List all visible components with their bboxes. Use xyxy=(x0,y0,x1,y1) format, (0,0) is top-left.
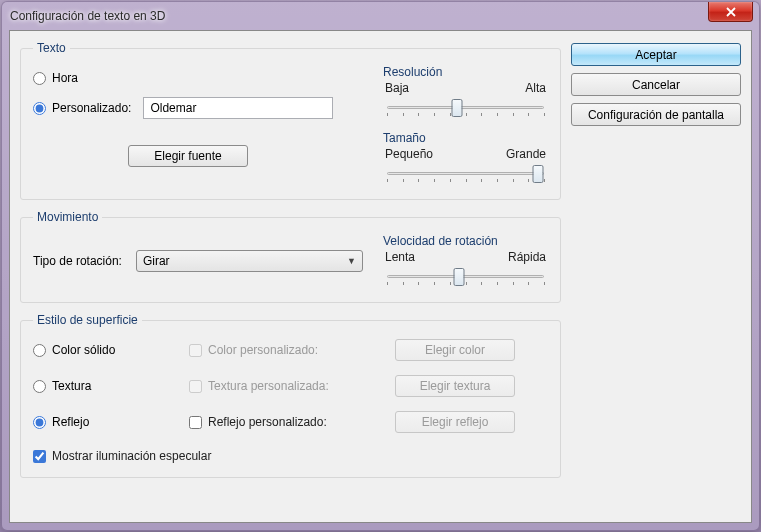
chk-custom-reflect-row[interactable]: Reflejo personalizado: xyxy=(189,415,379,429)
chk-custom-reflect[interactable] xyxy=(189,416,202,429)
resolution-low-label: Baja xyxy=(385,81,409,95)
close-icon xyxy=(725,7,737,17)
chk-specular-row[interactable]: Mostrar iluminación especular xyxy=(33,449,545,463)
speed-title: Velocidad de rotación xyxy=(383,234,548,248)
resolution-high-label: Alta xyxy=(525,81,546,95)
dialog-window: Configuración de texto en 3D Texto Hora xyxy=(1,1,760,531)
radio-time-label: Hora xyxy=(52,71,78,85)
size-thumb[interactable] xyxy=(533,165,544,183)
radio-solid-row[interactable]: Color sólido xyxy=(33,343,183,357)
size-small-label: Pequeño xyxy=(385,147,433,161)
left-column: Texto Hora Personalizado: El xyxy=(20,41,561,512)
rotation-type-select[interactable]: Girar ▼ xyxy=(136,250,363,272)
radio-custom-label: Personalizado: xyxy=(52,101,131,115)
surface-legend: Estilo de superficie xyxy=(33,313,142,327)
window-title: Configuración de texto en 3D xyxy=(10,9,165,23)
text-group: Texto Hora Personalizado: El xyxy=(20,41,561,200)
chk-custom-color xyxy=(189,344,202,357)
radio-time-row[interactable]: Hora xyxy=(33,71,363,85)
resolution-thumb[interactable] xyxy=(452,99,463,117)
accept-button[interactable]: Aceptar xyxy=(571,43,741,66)
radio-texture-row[interactable]: Textura xyxy=(33,379,183,393)
right-column: Aceptar Cancelar Configuración de pantal… xyxy=(571,41,741,512)
display-settings-button[interactable]: Configuración de pantalla xyxy=(571,103,741,126)
choose-color-button: Elegir color xyxy=(395,339,515,361)
radio-solid[interactable] xyxy=(33,344,46,357)
radio-solid-label: Color sólido xyxy=(52,343,115,357)
custom-text-input[interactable] xyxy=(143,97,333,119)
resolution-title: Resolución xyxy=(383,65,548,79)
size-large-label: Grande xyxy=(506,147,546,161)
size-slider-group: Tamaño Pequeño Grande xyxy=(383,131,548,185)
radio-texture[interactable] xyxy=(33,380,46,393)
resolution-slider[interactable] xyxy=(383,97,548,119)
chk-custom-color-label: Color personalizado: xyxy=(208,343,318,357)
chk-custom-texture-label: Textura personalizada: xyxy=(208,379,329,393)
motion-group: Movimiento Tipo de rotación: Girar ▼ Vel… xyxy=(20,210,561,303)
motion-legend: Movimiento xyxy=(33,210,102,224)
cancel-button[interactable]: Cancelar xyxy=(571,73,741,96)
text-legend: Texto xyxy=(33,41,70,55)
close-button[interactable] xyxy=(708,2,753,22)
speed-thumb[interactable] xyxy=(453,268,464,286)
chk-custom-texture-row: Textura personalizada: xyxy=(189,379,379,393)
rotation-type-value: Girar xyxy=(143,254,170,268)
size-title: Tamaño xyxy=(383,131,548,145)
chk-custom-texture xyxy=(189,380,202,393)
chk-custom-color-row: Color personalizado: xyxy=(189,343,379,357)
radio-reflect-row[interactable]: Reflejo xyxy=(33,415,183,429)
radio-time[interactable] xyxy=(33,72,46,85)
surface-group: Estilo de superficie Color sólido Color … xyxy=(20,313,561,478)
rotation-type-label: Tipo de rotación: xyxy=(33,254,122,268)
choose-font-button[interactable]: Elegir fuente xyxy=(128,145,248,167)
radio-custom-row[interactable]: Personalizado: xyxy=(33,97,363,119)
radio-custom[interactable] xyxy=(33,102,46,115)
size-slider[interactable] xyxy=(383,163,548,185)
resolution-slider-group: Resolución Baja Alta xyxy=(383,65,548,119)
choose-texture-button: Elegir textura xyxy=(395,375,515,397)
radio-reflect-label: Reflejo xyxy=(52,415,89,429)
client-area: Texto Hora Personalizado: El xyxy=(9,30,752,523)
speed-slider[interactable] xyxy=(383,266,548,288)
chk-specular-label: Mostrar iluminación especular xyxy=(52,449,211,463)
speed-fast-label: Rápida xyxy=(508,250,546,264)
chk-custom-reflect-label: Reflejo personalizado: xyxy=(208,415,327,429)
chevron-down-icon: ▼ xyxy=(347,256,356,266)
chk-specular[interactable] xyxy=(33,450,46,463)
speed-slow-label: Lenta xyxy=(385,250,415,264)
choose-reflect-button: Elegir reflejo xyxy=(395,411,515,433)
radio-texture-label: Textura xyxy=(52,379,91,393)
radio-reflect[interactable] xyxy=(33,416,46,429)
titlebar[interactable]: Configuración de texto en 3D xyxy=(2,2,759,30)
